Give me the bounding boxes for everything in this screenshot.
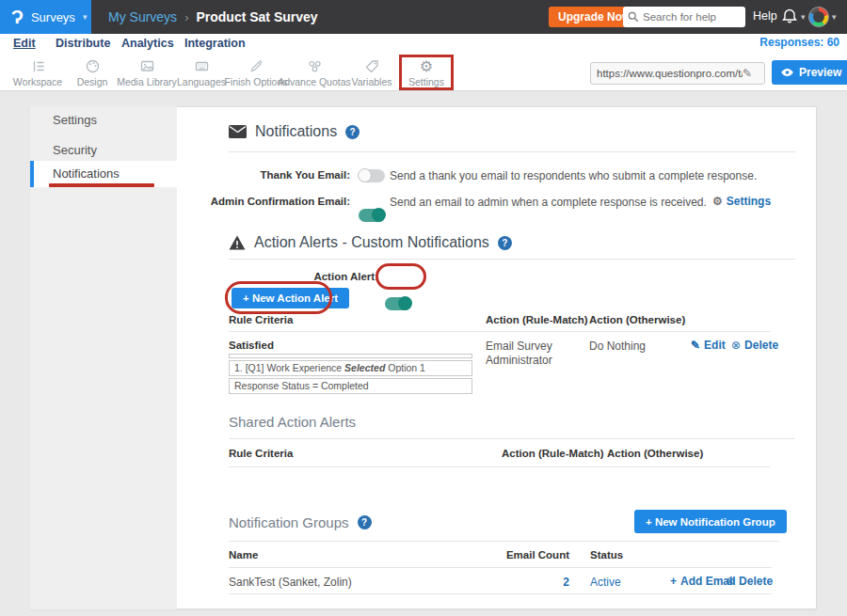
new-action-alert-button[interactable]: + New Action Alert (232, 288, 349, 308)
divider (229, 466, 770, 467)
notifications-bell-menu[interactable]: ▾ (781, 8, 806, 25)
section-title: Notification Groups (229, 514, 349, 530)
gear-icon: ⚙ (420, 59, 433, 74)
help-link[interactable]: Help (753, 9, 777, 23)
column-header-action-match: Action (Rule-Match) (502, 448, 604, 459)
criteria-text: Option 1 (385, 362, 425, 373)
annotation-notifications-underline (49, 183, 154, 187)
criteria-box: Response Status = Completed (229, 378, 472, 394)
search-icon (628, 11, 639, 23)
group-name: SankTest (Sanket, Zolin) (229, 576, 352, 589)
divider (229, 438, 795, 439)
preview-button[interactable]: Preview (772, 60, 847, 85)
survey-url-input[interactable] (597, 68, 743, 79)
column-header-name: Name (229, 549, 258, 561)
delete-alert-link[interactable]: ⊗ Delete (731, 339, 778, 352)
help-icon[interactable]: ? (358, 515, 372, 529)
column-header-rule-criteria: Rule Criteria (229, 314, 293, 325)
breadcrumb: My Surveys › Product Sat Survey (108, 0, 318, 34)
rule-status: Satisfied (229, 340, 274, 351)
divider (229, 541, 779, 542)
chevron-down-icon: ▾ (801, 12, 806, 22)
help-search-box[interactable] (623, 7, 745, 27)
group-email-count[interactable]: 2 (485, 576, 569, 589)
sidebar-item-settings[interactable]: Settings (30, 107, 177, 134)
admin-email-settings-link[interactable]: ⚙ Settings (712, 195, 771, 208)
preview-label: Preview (799, 66, 841, 79)
page: Ɂ Surveys ▾ My Surveys › Product Sat Sur… (0, 0, 847, 616)
column-header-action-otherwise: Action (Otherwise) (589, 314, 685, 325)
divider (229, 259, 795, 260)
delete-circle-icon: ⊗ (731, 339, 741, 352)
divider (229, 151, 795, 152)
column-header-email-count: Email Count (485, 549, 569, 561)
action-rule-match-value: Email Survey Administrator (486, 340, 575, 368)
admin-confirmation-email-label: Admin Confirmation Email: (169, 196, 350, 207)
bell-icon (781, 8, 798, 25)
notifications-section-header: Notifications ? (229, 123, 360, 140)
action-alert-label: Action Alert: (216, 271, 378, 282)
criteria-box: 1. [Q1] Work Experience Selected Option … (229, 360, 472, 376)
column-header-status: Status (590, 549, 623, 561)
breadcrumb-current: Product Sat Survey (196, 9, 317, 24)
tab-integration[interactable]: Integration (184, 34, 246, 55)
criteria-text: 1. [Q1] Work Experience (234, 362, 344, 373)
delete-group-link[interactable]: ⊗ Delete (726, 575, 773, 588)
thank-you-email-description: Send a thank you email to respondents wh… (390, 169, 757, 182)
section-title: Notifications (255, 123, 337, 140)
action-alerts-section-header: Action Alerts - Custom Notifications ? (229, 234, 512, 251)
tab-distribute[interactable]: Distribute (56, 34, 110, 55)
toggle-knob (372, 208, 386, 222)
product-menu-label: Surveys (31, 10, 75, 24)
toolbar-item-settings[interactable]: ⚙ Settings (390, 58, 463, 87)
notification-groups-heading: Notification Groups ? (229, 514, 372, 530)
questionpro-logo-icon: Ɂ (11, 8, 24, 26)
search-input[interactable] (643, 11, 737, 23)
tab-analytics[interactable]: Analytics (121, 34, 174, 55)
edit-pencil-icon: ✎ (691, 339, 700, 352)
column-header-action-otherwise: Action (Otherwise) (607, 448, 703, 459)
avatar (808, 7, 829, 27)
action-alert-toggle[interactable] (385, 297, 411, 310)
chevron-down-icon: ▾ (832, 12, 837, 22)
responses-count[interactable]: Responses: 60 (759, 36, 839, 49)
admin-confirmation-email-description: Send an email to admin when a complete r… (390, 196, 707, 209)
thank-you-email-label: Thank You Email: (188, 169, 350, 181)
thank-you-email-toggle[interactable] (359, 169, 385, 182)
column-header-action-match: Action (Rule-Match) (486, 314, 588, 325)
envelope-icon (229, 125, 247, 138)
divider (229, 331, 770, 332)
product-menu[interactable]: Ɂ Surveys ▾ (0, 0, 91, 34)
edit-label: Edit (704, 339, 726, 352)
section-title: Action Alerts - Custom Notifications (254, 234, 489, 251)
tab-edit[interactable]: Edit (13, 34, 36, 55)
plus-icon: + (670, 575, 677, 588)
delete-circle-icon: ⊗ (726, 575, 735, 588)
new-notification-group-button[interactable]: + New Notification Group (634, 510, 787, 533)
divider (229, 567, 772, 568)
divider (229, 593, 772, 594)
account-menu[interactable]: ▾ (808, 7, 837, 27)
help-icon[interactable]: ? (498, 236, 512, 250)
column-header-rule-criteria: Rule Criteria (229, 448, 293, 459)
action-otherwise-value: Do Nothing (589, 340, 646, 353)
group-status[interactable]: Active (590, 576, 621, 589)
shared-action-alerts-heading: Shared Action Alerts (229, 414, 356, 430)
chevron-down-icon: ▾ (83, 12, 88, 22)
toggle-knob (358, 168, 372, 182)
admin-confirmation-email-toggle[interactable] (359, 209, 385, 222)
edit-url-pencil-icon[interactable]: ✎ (743, 67, 752, 80)
gear-icon: ⚙ (712, 195, 723, 208)
breadcrumb-parent[interactable]: My Surveys (108, 9, 177, 24)
delete-label: Delete (739, 575, 773, 588)
settings-link-label: Settings (727, 195, 771, 208)
criteria-box-empty (229, 354, 472, 358)
edit-alert-link[interactable]: ✎ Edit (691, 339, 726, 352)
breadcrumb-separator-icon: › (184, 10, 188, 24)
toolbar-label: Settings (390, 76, 463, 87)
sidebar-item-security[interactable]: Security (30, 137, 177, 164)
delete-label: Delete (744, 339, 778, 352)
toggle-knob (398, 296, 412, 310)
survey-url-box[interactable]: ✎ (590, 62, 765, 85)
help-icon[interactable]: ? (345, 125, 360, 139)
